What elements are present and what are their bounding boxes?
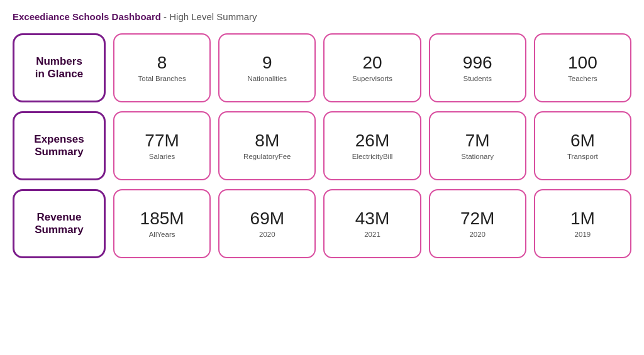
card-label-revenue-summary-4: 2019 xyxy=(575,231,591,238)
cards-row-revenue-summary: 185MAllYears69M202043M202172M20201M2019 xyxy=(113,189,631,258)
card-value-expenses-summary-0: 77M xyxy=(145,131,179,151)
page-header: Exceediance Schools Dashboard - High Lev… xyxy=(13,11,631,22)
card-label-numbers-in-glance-3: Students xyxy=(464,75,492,82)
card-value-expenses-summary-1: 8M xyxy=(255,131,279,151)
card-label-expenses-summary-1: RegulatoryFee xyxy=(243,153,291,160)
card-label-revenue-summary-1: 2020 xyxy=(259,231,275,238)
section-row-expenses-summary: Expenses Summary77MSalaries8MRegulatoryF… xyxy=(13,111,631,180)
card-expenses-summary-1: 8MRegulatoryFee xyxy=(218,111,316,180)
card-label-numbers-in-glance-1: Nationalities xyxy=(247,75,287,82)
card-revenue-summary-2: 43M2021 xyxy=(323,189,421,258)
cards-row-expenses-summary: 77MSalaries8MRegulatoryFee26MElectricity… xyxy=(113,111,631,180)
card-value-expenses-summary-3: 7M xyxy=(465,131,490,151)
cards-row-numbers-in-glance: 8Total Branches9Nationalities20Superviso… xyxy=(113,33,631,102)
card-value-numbers-in-glance-3: 996 xyxy=(463,53,492,73)
card-expenses-summary-2: 26MElectricityBill xyxy=(323,111,421,180)
card-value-numbers-in-glance-4: 100 xyxy=(568,53,597,73)
card-revenue-summary-4: 1M2019 xyxy=(534,189,631,258)
card-label-expenses-summary-4: Transport xyxy=(567,153,598,160)
header-title-bold: Exceediance Schools Dashboard xyxy=(13,11,161,22)
card-numbers-in-glance-3: 996Students xyxy=(429,33,526,102)
card-value-numbers-in-glance-2: 20 xyxy=(362,53,382,73)
card-revenue-summary-3: 72M2020 xyxy=(429,189,526,258)
card-label-numbers-in-glance-0: Total Branches xyxy=(138,75,186,82)
card-expenses-summary-4: 6MTransport xyxy=(534,111,631,180)
card-revenue-summary-0: 185MAllYears xyxy=(113,189,211,258)
card-value-revenue-summary-2: 43M xyxy=(355,209,389,229)
card-expenses-summary-3: 7MStationary xyxy=(429,111,526,180)
card-value-revenue-summary-4: 1M xyxy=(570,209,595,229)
card-value-revenue-summary-1: 69M xyxy=(250,209,284,229)
card-value-revenue-summary-0: 185M xyxy=(140,209,184,229)
card-value-expenses-summary-2: 26M xyxy=(355,131,389,151)
card-value-numbers-in-glance-1: 9 xyxy=(262,53,272,73)
card-value-revenue-summary-3: 72M xyxy=(460,209,494,229)
section-label-expenses-summary: Expenses Summary xyxy=(13,111,106,180)
header-title-rest: - High Level Summary xyxy=(161,11,257,22)
card-revenue-summary-1: 69M2020 xyxy=(218,189,316,258)
card-numbers-in-glance-4: 100Teachers xyxy=(534,33,631,102)
card-label-numbers-in-glance-2: Supervisorts xyxy=(352,75,392,82)
card-label-numbers-in-glance-4: Teachers xyxy=(568,75,597,82)
card-label-revenue-summary-3: 2020 xyxy=(469,231,486,238)
card-numbers-in-glance-1: 9Nationalities xyxy=(218,33,316,102)
card-value-expenses-summary-4: 6M xyxy=(570,131,595,151)
section-row-revenue-summary: Revenue Summary185MAllYears69M202043M202… xyxy=(13,189,631,258)
card-value-numbers-in-glance-0: 8 xyxy=(157,53,167,73)
section-row-numbers-in-glance: Numbers in Glance8Total Branches9Nationa… xyxy=(13,33,631,102)
card-label-expenses-summary-0: Salaries xyxy=(149,153,175,160)
card-label-revenue-summary-0: AllYears xyxy=(149,231,175,238)
card-expenses-summary-0: 77MSalaries xyxy=(113,111,211,180)
card-label-expenses-summary-3: Stationary xyxy=(461,153,494,160)
section-label-revenue-summary: Revenue Summary xyxy=(13,189,106,258)
card-label-expenses-summary-2: ElectricityBill xyxy=(352,153,393,160)
card-numbers-in-glance-0: 8Total Branches xyxy=(113,33,211,102)
section-label-numbers-in-glance: Numbers in Glance xyxy=(13,33,106,102)
card-label-revenue-summary-2: 2021 xyxy=(364,231,380,238)
card-numbers-in-glance-2: 20Supervisorts xyxy=(323,33,421,102)
